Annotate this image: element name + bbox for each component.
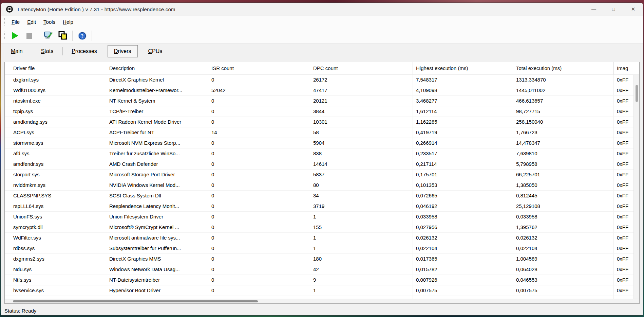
minimize-button[interactable]: — (584, 3, 604, 16)
menu-edit[interactable]: Edit (23, 17, 40, 27)
table-row[interactable]: rdbss.sys Subsystemtreiber für Pufferun.… (5, 243, 639, 254)
table-row[interactable]: dxgmms2.sys DirectX Graphics MMS 0 180 0… (5, 254, 639, 264)
cell-description: Microsoft NVM Express Storp... (106, 138, 208, 148)
menu-tools[interactable]: Tools (40, 17, 59, 27)
cell-description: TCP/IP-Treiber (106, 106, 208, 117)
cell-total-execution: 0,064028 (513, 264, 614, 275)
cell-highest-execution: 0,266914 (413, 138, 513, 148)
stop-icon (26, 33, 32, 39)
cell-total-execution: 0,033958 (513, 212, 614, 222)
start-monitor-button[interactable] (8, 30, 22, 42)
table-row[interactable]: Ndu.sys Windows Network Data Usag... 0 4… (5, 264, 639, 275)
column-header-highest-execution[interactable]: Highest execution (ms) (413, 62, 513, 75)
close-button[interactable]: ✕ (623, 3, 643, 16)
help-button[interactable]: ? (75, 30, 89, 42)
cell-driver-file: amdfendr.sys (5, 159, 106, 170)
horizontal-scrollbar-thumb[interactable] (13, 300, 258, 302)
tab-cpus[interactable]: CPUs (139, 45, 172, 58)
cell-dpc-count: 180 (310, 254, 413, 264)
copy-report-button[interactable] (56, 30, 70, 42)
cell-isr-count: 0 (208, 285, 310, 296)
cell-total-execution: 1,766723 (513, 127, 614, 138)
vertical-scrollbar[interactable] (633, 75, 639, 299)
cell-highest-execution: 0,007926 (413, 275, 513, 285)
column-header-driver-file[interactable]: Driver file (5, 62, 106, 75)
cell-isr-count: 0 (208, 106, 310, 117)
cell-isr-count: 52042 (208, 85, 310, 96)
cell-highest-execution: 1,612114 (413, 106, 513, 117)
cell-description: Union Filesystem Driver (106, 212, 208, 222)
tab-processes[interactable]: Processes (62, 45, 106, 58)
cell-driver-file: storport.sys (5, 170, 106, 180)
table-row[interactable]: nvlddmkm.sys NVIDIA Windows Kernel Mod..… (5, 180, 639, 191)
cell-isr-count: 0 (208, 117, 310, 127)
horizontal-scrollbar[interactable] (5, 299, 639, 303)
tab-main[interactable]: Main (2, 45, 32, 58)
table-row[interactable]: WdFilter.sys Microsoft antimalware file … (5, 233, 639, 243)
play-icon (12, 32, 18, 39)
cell-description: AMD Crash Defender (106, 159, 208, 170)
cell-highest-execution: 0,007575 (413, 285, 513, 296)
cell-highest-execution: 0,101353 (413, 180, 513, 191)
cell-driver-file: rspLLL64.sys (5, 201, 106, 212)
menubar-gripper[interactable] (4, 18, 5, 26)
cell-driver-file: WdFilter.sys (5, 233, 106, 243)
stop-monitor-button[interactable] (22, 30, 36, 42)
cell-total-execution: 0,022104 (513, 243, 614, 254)
cell-isr-count: 0 (208, 296, 310, 299)
table-row[interactable]: hvservice.sys Hypervisor Boot Driver 0 1… (5, 285, 639, 296)
options-button[interactable] (41, 30, 56, 42)
cell-total-execution: 466,613657 (513, 96, 614, 106)
table-row[interactable]: Ntfs.sys NT-Dateisystemtreiber 0 9 0,007… (5, 275, 639, 285)
tab-bar: Main Stats Processes Drivers CPUs (1, 43, 643, 59)
table-row[interactable]: CLASSPNP.SYS SCSI Class System Dll 0 34 … (5, 191, 639, 201)
menu-help[interactable]: Help (59, 17, 77, 27)
maximize-button[interactable]: □ (604, 3, 623, 16)
cell-dpc-count: 155 (310, 222, 413, 233)
cell-dpc-count: 42 (310, 264, 413, 275)
table-row[interactable]: stornvme.sys Microsoft NVM Express Storp… (5, 138, 639, 148)
vertical-scrollbar-thumb[interactable] (636, 85, 638, 102)
table-row[interactable]: ntoskrnl.exe NT Kernel & System 0 20121 … (5, 96, 639, 106)
table-row[interactable]: symcryptk.dll Microsoft® SymCrypt Kernel… (5, 222, 639, 233)
cell-description: Windows Network Data Usag... (106, 264, 208, 275)
toolbar-separator (92, 31, 92, 41)
toolbar-separator (72, 31, 73, 41)
cell-description: NT Kernel & System (106, 96, 208, 106)
table-row[interactable]: rspLLL64.sys Resplendence Latency Monit.… (5, 201, 639, 212)
cell-highest-execution: 1,162285 (413, 117, 513, 127)
cell-isr-count: 0 (208, 264, 310, 275)
table-row[interactable]: ACPI.sys ACPI-Treiber für NT 14 58 0,419… (5, 127, 639, 138)
cell-description: Kernelmodustreiber-Framewor... (106, 85, 208, 96)
tab-drivers[interactable]: Drivers (108, 45, 138, 57)
cell-dpc-count: 838 (310, 148, 413, 159)
toolbar-gripper[interactable] (4, 32, 5, 40)
table-row[interactable]: storport.sys Microsoft Storage Port Driv… (5, 170, 639, 180)
cell-description: SCSI Class System Dll (106, 191, 208, 201)
cell-highest-execution: 0,026132 (413, 233, 513, 243)
table-row[interactable]: afd.sys Treiber für zusätzliche WinSo...… (5, 148, 639, 159)
cell-dpc-count: 14614 (310, 159, 413, 170)
column-header-total-execution[interactable]: Total execution (ms) (513, 62, 614, 75)
column-header-image-base[interactable]: Imag (614, 62, 639, 75)
cell-isr-count: 0 (208, 233, 310, 243)
table-row[interactable]: amdkmdag.sys ATI Radeon Kernel Mode Driv… (5, 117, 639, 127)
cell-total-execution: 1313,334870 (513, 75, 614, 85)
cell-total-execution: 0,812445 (513, 191, 614, 201)
cell-description: Treiber für zusätzliche WinSo... (106, 148, 208, 159)
menu-file[interactable]: File (8, 17, 23, 27)
table-row-partial[interactable]: BATTC.SYS Battery Class Driver 0 1 0,004… (5, 296, 639, 299)
cell-highest-execution: 0,015782 (413, 264, 513, 275)
cell-driver-file: dxgkrnl.sys (5, 75, 106, 85)
table-row[interactable]: UnionFS.sys Union Filesystem Driver 0 1 … (5, 212, 639, 222)
column-header-description[interactable]: Description (106, 62, 208, 75)
table-row[interactable]: amdfendr.sys AMD Crash Defender 0 14614 … (5, 159, 639, 170)
table-row[interactable]: tcpip.sys TCP/IP-Treiber 0 3844 1,612114… (5, 106, 639, 117)
table-row[interactable]: dxgkrnl.sys DirectX Graphics Kernel 0 26… (5, 75, 639, 85)
column-header-isr-count[interactable]: ISR count (208, 62, 310, 75)
table-row[interactable]: Wdf01000.sys Kernelmodustreiber-Framewor… (5, 85, 639, 96)
tab-stats[interactable]: Stats (32, 45, 62, 58)
cell-total-execution: 258,150040 (513, 117, 614, 127)
cell-total-execution: 25,129108 (513, 201, 614, 212)
column-header-dpc-count[interactable]: DPC count (310, 62, 413, 75)
